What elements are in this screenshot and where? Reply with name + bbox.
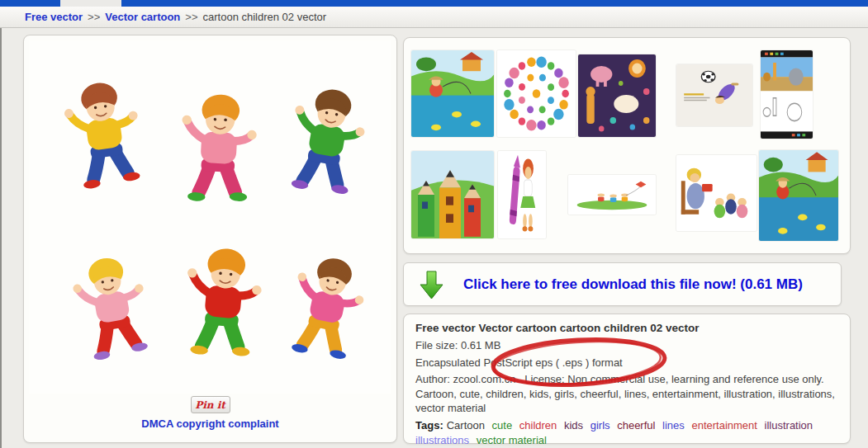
download-label: Click here to free download this file no… [463, 263, 803, 305]
window-left-edge [0, 28, 2, 448]
tag-link-cheerful[interactable]: cheerful [617, 419, 655, 431]
preview-panel: Pin it DMCA copyright complaint [23, 35, 397, 443]
author-license-line: Author: zcool.com.cn . License: Non comm… [415, 372, 838, 416]
thumbnail-story-time-teacher[interactable] [676, 155, 757, 231]
thumbnail-soccer-kid[interactable] [676, 64, 752, 126]
tag-link-cute[interactable]: cute [492, 419, 513, 431]
tags-line: Tags:Cartoon cute children kids girls ch… [415, 418, 838, 448]
tag-link-cartoon[interactable]: Cartoon [447, 419, 485, 431]
page: Free vector>>Vector cartoon>>cartoon chi… [0, 0, 868, 448]
tag-link-illustrations[interactable]: illustrations [415, 434, 469, 446]
breadcrumb: Free vector>>Vector cartoon>>cartoon chi… [0, 7, 868, 28]
top-accent-bar [0, 0, 868, 7]
breadcrumb-separator: >> [185, 11, 197, 23]
file-format-line: Encapsulated PostScript eps ( .eps ) for… [415, 356, 838, 370]
tag-link-kids[interactable]: kids [564, 419, 583, 431]
thumbnail-boy-fishing-river[interactable] [411, 50, 494, 137]
breadcrumb-link-vector-cartoon[interactable]: Vector cartoon [105, 11, 180, 23]
tag-link-lines[interactable]: lines [662, 419, 685, 431]
breadcrumb-current-page: cartoon children 02 vector [203, 11, 327, 23]
thumbnail-pencil-houses[interactable] [411, 151, 494, 238]
pin-it-button[interactable]: Pin it [191, 396, 230, 413]
tag-link-illustration[interactable]: illustration [765, 419, 813, 431]
download-button[interactable]: Click here to free download this file no… [403, 262, 842, 306]
file-title: Free vector Vector cartoon cartoon child… [415, 322, 838, 334]
dmca-copyright-link[interactable]: DMCA copyright complaint [24, 417, 396, 430]
tag-link-girls[interactable]: girls [591, 419, 610, 431]
breadcrumb-separator: >> [88, 11, 100, 23]
top-bar-tab-notch [60, 0, 121, 7]
main-preview-image [28, 40, 392, 394]
tags-label: Tags: [415, 419, 443, 431]
thumbnail-girl-with-crayon[interactable] [498, 151, 546, 238]
thumbnail-happy-birthday-animals[interactable] [578, 54, 656, 137]
file-info-panel: Free vector Vector cartoon cartoon child… [403, 314, 851, 444]
thumbnail-boy-fishing-river-2[interactable] [759, 150, 838, 241]
thumbnail-kids-flying-kite[interactable] [568, 175, 656, 215]
tag-link-entertainment[interactable]: entertainment [691, 419, 757, 431]
file-size-line: File size: 0.61 MB [415, 338, 838, 353]
download-arrow-icon [419, 270, 444, 300]
thumbnail-coloring-book[interactable] [761, 50, 813, 139]
tag-link-vector-material[interactable]: vector material [477, 434, 547, 446]
breadcrumb-link-free-vector[interactable]: Free vector [25, 11, 83, 23]
thumbnail-children-collage-circle[interactable] [497, 50, 576, 137]
tag-link-children[interactable]: children [519, 419, 557, 431]
related-thumbnails-panel [403, 37, 851, 254]
